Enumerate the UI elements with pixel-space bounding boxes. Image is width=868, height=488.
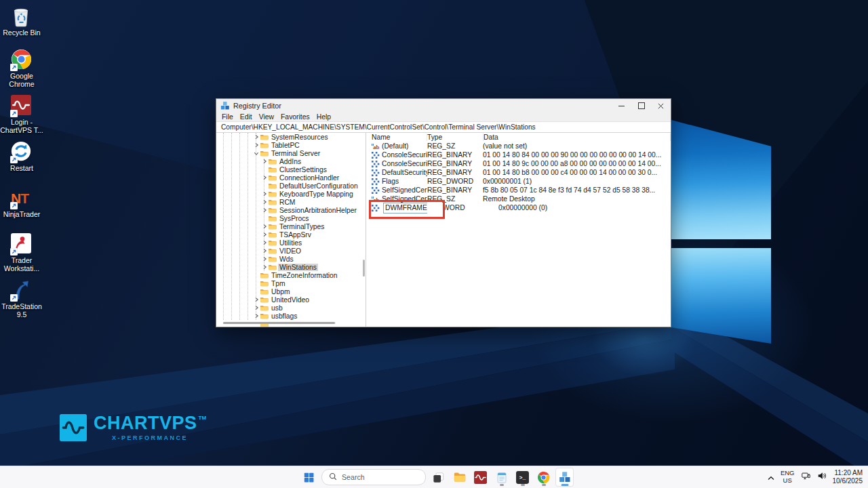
taskbar-registry-editor-button[interactable] xyxy=(555,468,574,487)
language-indicator[interactable]: ENGUS xyxy=(781,470,795,485)
registry-value-row-flags[interactable]: FlagsREG_DWORD0x00000001 (1) xyxy=(366,177,671,186)
menu-view[interactable]: View xyxy=(256,113,277,121)
tree-horizontal-scrollbar[interactable] xyxy=(223,322,336,324)
taskbar-chartvps-button[interactable] xyxy=(471,468,490,487)
chevron-right-icon[interactable] xyxy=(261,232,268,237)
desktop-icon-tradestation[interactable]: TradeStation 9.5 xyxy=(0,279,43,319)
tree-item-sysprocs[interactable]: SysProcs xyxy=(216,214,366,222)
tree-item-timezoneinformation[interactable]: TimeZoneInformation xyxy=(216,271,366,279)
chevron-right-icon[interactable] xyxy=(261,224,268,229)
tree-item-wds[interactable]: Wds xyxy=(216,255,366,263)
chevron-right-icon[interactable] xyxy=(261,256,268,262)
desktop-icon-trader-workstation[interactable]: Trader Workstati... xyxy=(0,233,43,272)
desktop-icon-ninjatrader[interactable]: NTNinjaTrader xyxy=(0,187,43,218)
list-header: Name Type Data xyxy=(366,133,671,142)
chevron-right-icon[interactable] xyxy=(261,264,268,270)
volume-icon[interactable] xyxy=(817,471,827,483)
tree-item-rcm[interactable]: RCM xyxy=(216,198,366,206)
value-type: REG_SZ xyxy=(427,142,483,150)
desktop-icon-google-chrome[interactable]: Google Chrome xyxy=(0,49,43,88)
tree-item-terminaltypes[interactable]: TerminalTypes xyxy=(216,222,366,230)
tree-item-keyboardtype-mapping[interactable]: KeyboardType Mapping xyxy=(216,190,366,198)
tree-item-winstations[interactable]: WinStations xyxy=(216,263,366,271)
tray-chevron-icon[interactable] xyxy=(768,471,774,483)
chevron-right-icon[interactable] xyxy=(261,175,268,180)
tree-item-tabletpc[interactable]: TabletPC xyxy=(216,141,366,149)
desktop-icon-login-chartvps[interactable]: Login - ChartVPS T... xyxy=(0,95,43,134)
folder-icon xyxy=(268,223,278,230)
chevron-right-icon[interactable] xyxy=(261,191,268,197)
folder-icon xyxy=(268,166,278,173)
chevron-right-icon[interactable] xyxy=(253,134,260,140)
window-titlebar[interactable]: Registry Editor xyxy=(216,99,671,113)
address-bar[interactable]: Computer\HKEY_LOCAL_MACHINE\SYSTEM\Curre… xyxy=(216,121,671,133)
tree-item-label: Utilities xyxy=(278,239,303,247)
tree-item-label: TabletPC xyxy=(270,142,301,149)
chevron-right-icon[interactable] xyxy=(261,207,268,213)
tree-item-clustersettings[interactable]: ClusterSettings xyxy=(216,165,366,174)
taskbar-chrome-button[interactable] xyxy=(534,468,553,487)
tree-item-terminal-server[interactable]: Terminal Server xyxy=(216,149,366,157)
tree-item-systemresources[interactable]: SystemResources xyxy=(216,133,366,141)
value-data: (value not set) xyxy=(483,142,671,150)
shortcut-arrow-icon xyxy=(10,156,18,163)
tree-item-usb[interactable]: usb xyxy=(216,304,366,312)
registry-value-row-defaultsecurity[interactable]: DefaultSecurityREG_BINARY01 00 14 80 b8 … xyxy=(366,168,671,177)
maximize-button[interactable] xyxy=(631,99,651,113)
registry-value-row-consolesecurity[interactable]: ConsoleSecurityREG_BINARY01 00 14 80 84 … xyxy=(366,150,671,159)
chevron-right-icon[interactable] xyxy=(261,248,268,253)
tree-item-label: Terminal Server xyxy=(270,150,321,157)
tree-item-label: UnitedVideo xyxy=(270,296,311,304)
start-button[interactable] xyxy=(300,468,318,487)
scrollbar-thumb[interactable] xyxy=(223,322,335,324)
menu-favorites[interactable]: Favorites xyxy=(277,113,313,121)
column-header-data[interactable]: Data xyxy=(484,134,671,141)
taskbar-task-view-button[interactable] xyxy=(429,468,448,487)
chevron-right-icon[interactable] xyxy=(261,240,268,245)
folder-icon xyxy=(260,288,270,295)
taskbar-file-explorer-button[interactable] xyxy=(450,468,469,487)
chevron-down-icon[interactable] xyxy=(253,151,260,156)
tree-item-sessionarbitrationhelper[interactable]: SessionArbitrationHelper xyxy=(216,206,366,214)
column-header-name[interactable]: Name xyxy=(366,134,427,141)
close-button[interactable] xyxy=(651,99,671,113)
chevron-right-icon[interactable] xyxy=(253,313,260,319)
tree-item-label: AddIns xyxy=(278,158,302,165)
tree-item-video[interactable]: VIDEO xyxy=(216,247,366,255)
column-header-type[interactable]: Type xyxy=(427,134,484,141)
registry-value-row-default[interactable]: ab(Default)REG_SZ(value not set) xyxy=(366,142,671,150)
tree-item-tsappsrv[interactable]: TSAppSrv xyxy=(216,230,366,239)
tree-item-usbflags[interactable]: usbflags xyxy=(216,312,366,320)
taskbar-notepad-button[interactable] xyxy=(492,468,511,487)
taskbar-terminal-button[interactable]: >_ xyxy=(513,468,532,487)
tree-item-unitedvideo[interactable]: UnitedVideo xyxy=(216,296,366,304)
chevron-right-icon[interactable] xyxy=(261,199,268,205)
tree-item-ubpm[interactable]: Ubpm xyxy=(216,287,366,296)
menu-edit[interactable]: Edit xyxy=(237,113,256,121)
registry-value-row-selfsignedcertifi[interactable]: SelfSignedCertifi...REG_BINARYf5 8b 80 0… xyxy=(366,186,671,195)
scrollbar-thumb[interactable] xyxy=(363,260,365,277)
network-icon[interactable] xyxy=(801,471,811,483)
tree-item-tpm[interactable]: Tpm xyxy=(216,279,366,287)
chevron-right-icon[interactable] xyxy=(253,297,260,302)
tree-vertical-scrollbar[interactable] xyxy=(363,134,365,320)
tree-item-connectionhandler[interactable]: ConnectionHandler xyxy=(216,174,366,182)
desktop-icon-recycle-bin[interactable]: Recycle Bin xyxy=(0,5,43,37)
minimize-button[interactable] xyxy=(612,99,631,113)
shortcut-arrow-icon xyxy=(10,294,18,302)
search-input[interactable]: Search xyxy=(321,469,426,485)
tree-item-label: DefaultUserConfiguration xyxy=(278,182,359,190)
tree-item-defaultuserconfiguration[interactable]: DefaultUserConfiguration xyxy=(216,182,366,190)
chevron-right-icon[interactable] xyxy=(253,305,260,310)
running-indicator xyxy=(561,484,568,486)
value-name: ConsoleSecurity... xyxy=(382,160,427,167)
tree-item-addins[interactable]: AddIns xyxy=(216,157,366,165)
clock[interactable]: 11:20 AM 10/6/2025 xyxy=(833,469,863,486)
tree-item-utilities[interactable]: Utilities xyxy=(216,239,366,247)
chevron-right-icon[interactable] xyxy=(253,142,260,148)
registry-value-row-consolesecurity[interactable]: ConsoleSecurity...REG_BINARY01 00 14 80 … xyxy=(366,159,671,168)
desktop-icon-restart[interactable]: Restart xyxy=(0,141,43,172)
menu-file[interactable]: File xyxy=(218,113,237,121)
chevron-right-icon[interactable] xyxy=(261,159,268,164)
menu-help[interactable]: Help xyxy=(313,113,334,121)
